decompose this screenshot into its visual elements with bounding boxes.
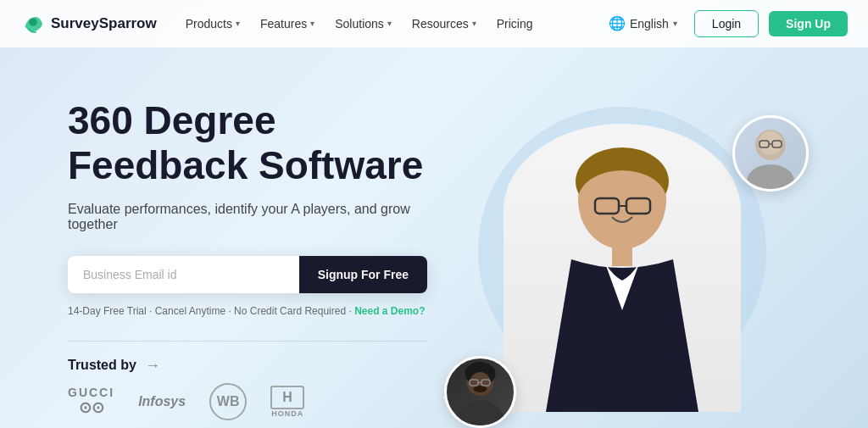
nav-products[interactable]: Products ▾ [177, 12, 248, 36]
nav-links: Products ▾ Features ▾ Solutions ▾ Resour… [177, 12, 602, 36]
chevron-down-icon: ▾ [472, 19, 476, 28]
avatar-top-right [732, 115, 809, 192]
svg-point-18 [474, 386, 487, 392]
globe-icon: 🌐 [609, 15, 626, 31]
hero-right [427, 90, 817, 428]
chevron-down-icon: ▾ [673, 19, 677, 28]
svg-point-14 [455, 400, 506, 425]
person-silhouette [504, 124, 741, 412]
main-avatar [478, 90, 766, 412]
trusted-section: Trusted by → GUCCI ⊙⊙ Infosys WB [68, 341, 427, 420]
svg-point-9 [747, 164, 794, 189]
nav-features[interactable]: Features ▾ [252, 12, 323, 36]
svg-point-0 [29, 18, 36, 25]
warnerbros-logo: WB [209, 383, 247, 420]
trial-info: 14-Day Free Trial · Cancel Anytime · No … [68, 305, 427, 317]
svg-rect-7 [612, 242, 632, 266]
nav-pricing[interactable]: Pricing [488, 12, 542, 36]
infosys-logo: Infosys [138, 394, 186, 409]
navbar: SurveySparrow Products ▾ Features ▾ Solu… [0, 0, 868, 47]
cta-button[interactable]: Signup For Free [299, 256, 427, 293]
svg-point-10 [759, 131, 782, 155]
trusted-logos: GUCCI ⊙⊙ Infosys WB H HONDA [68, 383, 427, 420]
chevron-down-icon: ▾ [310, 19, 314, 28]
person-svg [504, 124, 741, 412]
honda-logo: H HONDA [270, 386, 304, 418]
chevron-down-icon: ▾ [236, 19, 240, 28]
signup-button[interactable]: Sign Up [769, 11, 848, 36]
svg-point-3 [578, 170, 666, 230]
login-button[interactable]: Login [694, 10, 759, 37]
nav-resources[interactable]: Resources ▾ [403, 12, 485, 36]
email-form: Signup For Free [68, 256, 427, 293]
language-selector[interactable]: 🌐 English ▾ [602, 12, 684, 35]
gucci-logo: GUCCI ⊙⊙ [68, 386, 114, 416]
nav-right: 🌐 English ▾ Login Sign Up [602, 10, 848, 37]
hero-left: 360 Degree Feedback Software Evaluate pe… [68, 90, 427, 420]
hero-section: 360 Degree Feedback Software Evaluate pe… [0, 47, 868, 428]
logo[interactable]: SurveySparrow [20, 11, 157, 36]
demo-link[interactable]: Need a Demo? [354, 305, 425, 317]
trusted-label: Trusted by → [68, 357, 427, 375]
chevron-down-icon: ▾ [387, 19, 392, 28]
nav-solutions[interactable]: Solutions ▾ [326, 12, 400, 36]
arrow-right-icon: → [145, 357, 160, 375]
email-input[interactable] [68, 256, 299, 293]
avatar-bottom-left [444, 356, 516, 428]
hero-title: 360 Degree Feedback Software [68, 98, 427, 188]
hero-subtitle: Evaluate performances, identify your A p… [68, 202, 424, 232]
logo-text: SurveySparrow [51, 15, 157, 32]
